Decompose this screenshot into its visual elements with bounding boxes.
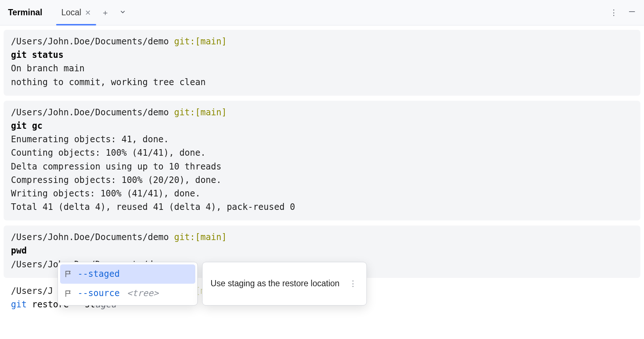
close-icon[interactable]: ✕ [85, 8, 91, 17]
prompt-path: /Users/John.Doe/Documents/demo [11, 232, 169, 242]
command-output: On branch main nothing to commit, workin… [11, 62, 633, 89]
prompt-path: /Users/John.Doe/Documents/demo [11, 107, 169, 117]
flag-icon [64, 270, 72, 278]
history-block[interactable]: /Users/John.Doe/Documents/demo git:[main… [4, 101, 640, 221]
autocomplete-list: --staged --source <tree> [58, 262, 198, 306]
autocomplete-item-staged[interactable]: --staged [60, 264, 195, 284]
command-text: git gc [11, 119, 633, 133]
prompt-path-truncated: /Users/J [11, 286, 53, 296]
tab-local[interactable]: Local ✕ [56, 0, 96, 25]
autocomplete-tooltip: Use staging as the restore location ⋮ [202, 262, 367, 306]
prompt-path: /Users/John.Doe/Documents/demo [11, 36, 169, 47]
command-text: git status [11, 48, 633, 62]
autocomplete-flag: --staged [78, 267, 120, 281]
prompt-git: git:[main] [174, 36, 227, 47]
prompt-git: git:[main] [174, 107, 227, 117]
flag-icon [64, 290, 72, 298]
autocomplete-popup: --staged --source <tree> Use staging as … [58, 262, 367, 306]
command-text: pwd [11, 244, 633, 258]
autocomplete-flag: --source [78, 287, 120, 300]
pane-title: Terminal [3, 8, 47, 17]
autocomplete-arg: <tree> [127, 287, 159, 300]
kebab-icon[interactable]: ⋮ [347, 278, 358, 290]
kebab-icon[interactable]: ⋮ [605, 8, 623, 17]
autocomplete-item-source[interactable]: --source <tree> [60, 284, 195, 303]
command-output: Enumerating objects: 41, done. Counting … [11, 133, 633, 214]
tab-label: Local [61, 8, 81, 17]
minimize-icon[interactable] [623, 8, 641, 18]
plus-icon[interactable]: ＋ [96, 7, 114, 18]
autocomplete-tooltip-text: Use staging as the restore location [211, 277, 339, 290]
history-block[interactable]: /Users/John.Doe/Documents/demo git:[main… [4, 30, 640, 96]
prompt-git: git:[main] [174, 232, 227, 242]
tab-bar: Terminal Local ✕ ＋ ⋮ [0, 0, 644, 25]
terminal-body: /Users/John.Doe/Documents/demo git:[main… [0, 25, 644, 317]
current-input-block[interactable]: /Users/John.Doe/Documents/demo git:[main… [4, 283, 640, 313]
token-git: git [11, 299, 27, 310]
chevron-down-icon[interactable] [114, 8, 131, 17]
